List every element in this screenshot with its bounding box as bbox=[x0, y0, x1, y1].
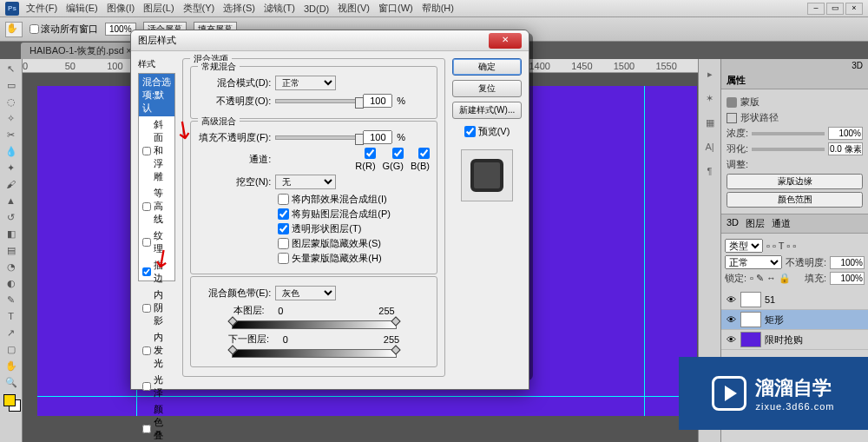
transparency-shapes-checkbox[interactable]: 透明形状图层(T) bbox=[278, 222, 430, 235]
blend-mode-select[interactable]: 正常 bbox=[725, 255, 782, 269]
layer-row[interactable]: 👁限时抢购 bbox=[721, 330, 868, 350]
feather-input[interactable] bbox=[828, 142, 863, 155]
style-bevel[interactable]: 斜面和浮雕 bbox=[139, 116, 174, 185]
blend-mode-select[interactable]: 正常 bbox=[275, 76, 336, 90]
style-contour[interactable]: 等高线 bbox=[139, 185, 174, 228]
window-minimize-icon[interactable]: – bbox=[807, 3, 825, 15]
this-layer-gradient[interactable] bbox=[232, 320, 397, 329]
path-tool-icon[interactable]: ↗ bbox=[3, 325, 20, 340]
window-close-icon[interactable]: × bbox=[845, 3, 863, 15]
layer-style-dialog: 图层样式 ✕ 样式 混合选项:默认 斜面和浮雕 等高线 纹理 描边 内阴影 内发… bbox=[130, 30, 529, 390]
under-layer-gradient[interactable] bbox=[232, 349, 397, 358]
density-slider[interactable] bbox=[752, 132, 825, 135]
fill-input[interactable] bbox=[830, 272, 865, 285]
hand-tool-icon[interactable]: ✋ bbox=[5, 22, 23, 37]
visibility-icon[interactable]: 👁 bbox=[725, 334, 737, 345]
brush-tool-icon[interactable]: 🖌 bbox=[3, 176, 20, 192]
vector-mask-hides-checkbox[interactable]: 矢量蒙版隐藏效果(H) bbox=[278, 252, 430, 265]
history-panel-icon[interactable]: ▸ bbox=[702, 66, 718, 82]
marquee-tool-icon[interactable]: ▭ bbox=[3, 77, 20, 93]
ok-button[interactable]: 确定 bbox=[452, 58, 522, 76]
blend-interior-checkbox[interactable]: 将内部效果混合成组(I) bbox=[278, 193, 430, 206]
style-blending-options[interactable]: 混合选项:默认 bbox=[139, 74, 174, 116]
mask-edge-button[interactable]: 蒙版边缘 bbox=[727, 174, 863, 189]
menu-file[interactable]: 文件(F) bbox=[26, 2, 57, 15]
opacity-slider[interactable] bbox=[275, 99, 358, 103]
dialog-titlebar[interactable]: 图层样式 ✕ bbox=[131, 30, 529, 51]
color-range-button[interactable]: 颜色范围 bbox=[727, 192, 863, 208]
knockout-select[interactable]: 无 bbox=[275, 175, 336, 189]
styles-header: 样式 bbox=[138, 58, 175, 70]
new-style-button[interactable]: 新建样式(W)... bbox=[452, 102, 522, 119]
wand-tool-icon[interactable]: ✧ bbox=[3, 110, 20, 126]
menu-image[interactable]: 图像(I) bbox=[107, 2, 135, 15]
advanced-blend-legend: 高级混合 bbox=[198, 115, 240, 128]
visibility-icon[interactable]: 👁 bbox=[725, 314, 737, 325]
tab-layers[interactable]: 图层 bbox=[746, 217, 765, 230]
stamp-tool-icon[interactable]: ▲ bbox=[3, 193, 20, 208]
tab-properties[interactable]: 属性 bbox=[727, 74, 746, 87]
character-panel-icon[interactable]: A| bbox=[702, 139, 718, 155]
style-satin[interactable]: 光泽 bbox=[139, 372, 174, 401]
color-swatch[interactable] bbox=[3, 394, 19, 410]
layer-filter-select[interactable]: 类型 bbox=[725, 239, 763, 253]
channel-g-checkbox[interactable]: G(G) bbox=[383, 148, 404, 171]
feather-slider[interactable] bbox=[752, 148, 825, 151]
blend-clipped-checkbox[interactable]: 将剪贴图层混合成组(P) bbox=[278, 208, 430, 221]
crop-tool-icon[interactable]: ✂ bbox=[3, 127, 20, 142]
menu-edit[interactable]: 编辑(E) bbox=[66, 2, 98, 15]
style-inner-glow[interactable]: 内发光 bbox=[139, 329, 174, 372]
fill-opacity-input[interactable] bbox=[363, 130, 392, 144]
opacity-input[interactable] bbox=[363, 94, 392, 108]
zoom-tool-icon[interactable]: 🔍 bbox=[3, 374, 20, 390]
visibility-icon[interactable]: 👁 bbox=[725, 294, 737, 305]
channel-r-checkbox[interactable]: R(R) bbox=[355, 148, 375, 171]
pen-tool-icon[interactable]: ✎ bbox=[3, 292, 20, 307]
opacity-label: 不透明度: bbox=[786, 256, 826, 269]
move-tool-icon[interactable]: ↖ bbox=[3, 61, 20, 76]
style-stroke[interactable]: 描边 bbox=[139, 257, 174, 287]
menu-type[interactable]: 类型(Y) bbox=[183, 2, 215, 15]
style-color-overlay[interactable]: 颜色叠加 bbox=[139, 401, 174, 442]
paragraph-panel-icon[interactable]: ¶ bbox=[702, 163, 718, 179]
tab-3d[interactable]: 3D bbox=[727, 217, 739, 230]
layer-row[interactable]: 👁51 bbox=[721, 290, 868, 310]
style-texture[interactable]: 纹理 bbox=[139, 228, 174, 257]
menu-filter[interactable]: 滤镜(T) bbox=[264, 2, 295, 15]
history-brush-icon[interactable]: ↺ bbox=[3, 209, 20, 225]
eyedropper-tool-icon[interactable]: 💧 bbox=[3, 143, 20, 159]
healing-tool-icon[interactable]: ✦ bbox=[3, 160, 20, 175]
window-maximize-icon[interactable]: ▭ bbox=[826, 3, 844, 15]
type-tool-icon[interactable]: T bbox=[3, 308, 20, 324]
blur-tool-icon[interactable]: ◔ bbox=[3, 259, 20, 274]
menu-view[interactable]: 视图(V) bbox=[338, 2, 370, 15]
lasso-tool-icon[interactable]: ◌ bbox=[3, 94, 20, 109]
reset-button[interactable]: 复位 bbox=[452, 80, 522, 97]
swatches-panel-icon[interactable]: ▦ bbox=[702, 115, 718, 130]
brush-panel-icon[interactable]: ✶ bbox=[702, 90, 718, 106]
blendif-select[interactable]: 灰色 bbox=[275, 286, 336, 300]
gradient-tool-icon[interactable]: ▤ bbox=[3, 242, 20, 258]
shape-tool-icon[interactable]: ▢ bbox=[3, 341, 20, 357]
layer-row[interactable]: 👁矩形 bbox=[721, 310, 868, 330]
style-inner-shadow[interactable]: 内阴影 bbox=[139, 287, 174, 329]
opacity-input[interactable] bbox=[830, 256, 865, 269]
menu-window[interactable]: 窗口(W) bbox=[378, 2, 413, 15]
dialog-close-icon[interactable]: ✕ bbox=[489, 33, 522, 49]
menu-layer[interactable]: 图层(L) bbox=[143, 2, 174, 15]
channel-b-checkbox[interactable]: B(B) bbox=[411, 148, 430, 171]
menu-help[interactable]: 帮助(H) bbox=[422, 2, 454, 15]
layer-mask-hides-checkbox[interactable]: 图层蒙版隐藏效果(S) bbox=[278, 237, 430, 250]
dodge-tool-icon[interactable]: ◐ bbox=[3, 275, 20, 291]
document-tab[interactable]: HAIBAO-1-恢复的.psd × bbox=[21, 43, 140, 59]
menu-3d[interactable]: 3D(D) bbox=[304, 3, 329, 14]
scroll-all-windows-checkbox[interactable]: 滚动所有窗口 bbox=[30, 23, 98, 36]
mode-3d-label: 3D bbox=[721, 59, 868, 72]
eraser-tool-icon[interactable]: ◧ bbox=[3, 226, 20, 241]
density-input[interactable] bbox=[828, 127, 863, 140]
hand-tool-icon[interactable]: ✋ bbox=[3, 358, 20, 373]
preview-checkbox[interactable]: 预览(V) bbox=[464, 125, 510, 138]
tab-channels[interactable]: 通道 bbox=[772, 217, 791, 230]
fill-opacity-slider[interactable] bbox=[275, 135, 358, 140]
menu-select[interactable]: 选择(S) bbox=[223, 2, 255, 15]
